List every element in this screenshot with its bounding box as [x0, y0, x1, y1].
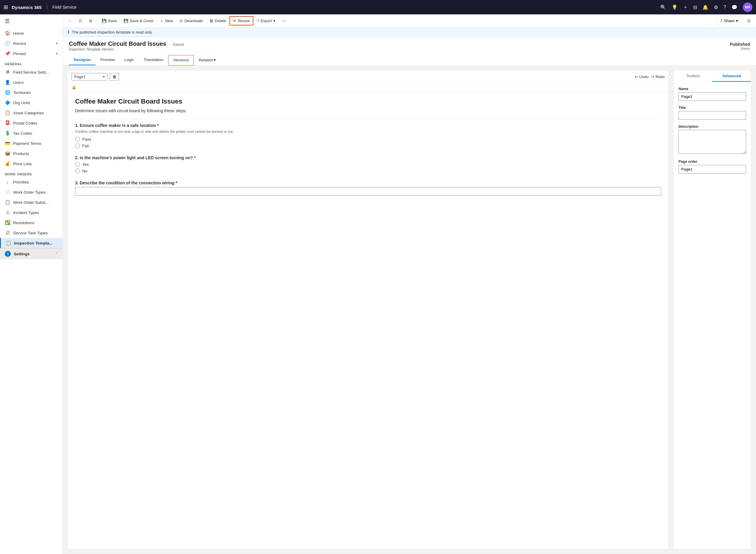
question-3-answer-input[interactable]	[75, 187, 661, 196]
title-field-input[interactable]	[679, 111, 746, 120]
search-icon[interactable]: 🔍	[660, 4, 666, 10]
sidebar-item-work-order-subst[interactable]: 📋 Work Order Subst...	[0, 197, 63, 207]
sidebar-item-priorities[interactable]: ↓ Priorities	[0, 177, 63, 187]
delete-button[interactable]: 🗑 Delete	[206, 17, 229, 25]
pinned-expand-icon: ▾	[56, 52, 58, 56]
sidebar: ☰ 🏠 Home 🕐 Recent ▾ 📌 Pinned ▾ General ⚙…	[0, 14, 63, 554]
page-order-field-group: Page order	[679, 160, 746, 174]
user-avatar[interactable]: MA	[743, 2, 752, 12]
revise-button[interactable]: ✏ Revise	[230, 16, 253, 25]
plus-icon[interactable]: ＋	[683, 4, 688, 10]
page-order-field-input[interactable]	[679, 165, 746, 174]
resolutions-icon: ✅	[5, 220, 10, 225]
sidebar-item-asset-categories[interactable]: 📋 Asset Categories	[0, 108, 63, 118]
tax-codes-icon: 💲	[5, 130, 10, 136]
gear-icon[interactable]: ⚙	[714, 4, 718, 10]
sidebar-item-field-service-settings[interactable]: ⚙ Field Service Setti...	[0, 67, 63, 77]
info-icon: ℹ	[68, 29, 69, 35]
sidebar-item-postal-codes[interactable]: 📮 Postal Codes	[0, 118, 63, 128]
tab-versions[interactable]: Versions	[168, 55, 194, 65]
grid-icon[interactable]: ⊞	[4, 4, 8, 10]
page-title-row: Coffee Maker Circuit Board Issues - Save…	[69, 40, 750, 54]
sidebar-item-tax-codes[interactable]: 💲 Tax Codes	[0, 128, 63, 138]
open-window-button[interactable]: ⧉	[86, 17, 95, 25]
q1-label-fail: Fail	[82, 144, 89, 148]
sidebar-item-resolutions[interactable]: ✅ Resolutions	[0, 218, 63, 228]
q1-radio-pass[interactable]	[75, 137, 80, 142]
sidebar-item-pinned[interactable]: 📌 Pinned ▾	[0, 49, 63, 59]
q2-radio-yes[interactable]	[75, 162, 80, 167]
tab-logic[interactable]: Logic	[120, 55, 139, 65]
toolbar: ← 🗋 ⧉ 💾 Save 💾 Save & Close ＋ New	[63, 14, 756, 27]
tab-designer[interactable]: Designer	[69, 55, 96, 65]
help-icon[interactable]: ?	[723, 4, 726, 10]
incident-types-icon: ⚠	[5, 210, 10, 215]
sidebar-item-payment-terms[interactable]: 💳 Payment Terms	[0, 138, 63, 149]
q1-label-pass: Pass	[82, 137, 91, 142]
sidebar-item-home[interactable]: 🏠 Home	[0, 28, 63, 38]
sidebar-item-work-order-types[interactable]: 📄 Work Order Types	[0, 187, 63, 197]
sidebar-label-priorities: Priorities	[13, 180, 29, 184]
delete-label: Delete	[215, 18, 226, 23]
panel-toggle-button[interactable]: ⊡	[744, 17, 754, 25]
filter-icon[interactable]: ⊟	[693, 4, 697, 10]
top-nav-right: 🔍 💡 ＋ ⊟ 🔔 ⚙ ? 💬 MA	[660, 2, 752, 12]
question-2-option-no: No	[75, 168, 661, 173]
tab-preview[interactable]: Preview	[96, 55, 120, 65]
name-field-input[interactable]	[679, 92, 746, 101]
page-dropdown-value: Page1	[74, 74, 85, 79]
right-tab-toolbox[interactable]: Toolbox	[674, 71, 712, 82]
sidebar-label-products: Products	[13, 152, 29, 156]
more-options-button[interactable]: ⋯	[279, 16, 289, 25]
tab-translation[interactable]: Translation	[139, 55, 168, 65]
undo-redo-group: ↩ Undo ↪ Redo	[635, 74, 665, 79]
sidebar-item-incident-types[interactable]: ⚠ Incident Types	[0, 207, 63, 218]
right-tab-advanced[interactable]: Advanced	[712, 71, 751, 82]
new-icon: ＋	[160, 18, 164, 24]
page-status-label: Status	[730, 47, 750, 50]
products-icon: 📦	[5, 151, 10, 156]
new-button[interactable]: ＋ New	[157, 16, 176, 25]
tab-related[interactable]: Related ▾	[194, 55, 220, 65]
pinned-icon: 📌	[5, 51, 10, 56]
sidebar-item-territories[interactable]: 🌐 Territories	[0, 88, 63, 98]
title-field-label: Title	[679, 106, 746, 110]
revise-icon: ✏	[233, 18, 236, 23]
undo-icon: ↩	[635, 74, 638, 79]
sidebar-hamburger[interactable]: ☰	[0, 14, 63, 28]
deactivate-icon: ⊙	[180, 18, 183, 23]
share-button[interactable]: ⤴ Share ▾	[716, 16, 742, 25]
sidebar-label-tax-codes: Tax Codes	[13, 131, 32, 135]
save-close-button[interactable]: 💾 Save & Close	[121, 17, 156, 25]
undo-button[interactable]: ↩ Undo	[635, 74, 648, 79]
q2-radio-no[interactable]	[75, 168, 80, 173]
page-subtitle: Inspection Template Version	[69, 47, 184, 52]
chat-icon[interactable]: 💬	[732, 4, 738, 10]
sidebar-item-org-units[interactable]: 🔷 Org Units	[0, 98, 63, 108]
bell-icon[interactable]: 🔔	[702, 4, 708, 10]
page-icon-button[interactable]: 🗋	[76, 17, 85, 25]
redo-button[interactable]: ↪ Redo	[651, 74, 665, 79]
back-button[interactable]: ←	[65, 17, 75, 25]
sidebar-item-recent[interactable]: 🕐 Recent ▾	[0, 38, 63, 49]
page-status-value: Published	[730, 42, 750, 47]
sidebar-item-settings[interactable]: S Settings ⌃	[0, 248, 63, 259]
sidebar-item-users[interactable]: 👤 Users	[0, 77, 63, 88]
page-title-block: Coffee Maker Circuit Board Issues - Save…	[69, 40, 184, 54]
description-field-textarea[interactable]	[679, 130, 746, 154]
sidebar-item-price-lists[interactable]: 💰 Price Lists	[0, 159, 63, 169]
save-button[interactable]: 💾 Save	[99, 17, 120, 25]
sidebar-item-inspection-templates[interactable]: 📋 Inspection Templa...	[0, 238, 63, 248]
delete-page-button[interactable]: 🗑	[110, 73, 119, 80]
deactivate-button[interactable]: ⊙ Deactivate	[177, 17, 205, 25]
sidebar-label-incident-types: Incident Types	[13, 210, 39, 215]
q1-radio-fail[interactable]	[75, 144, 80, 148]
lightbulb-icon[interactable]: 💡	[672, 4, 678, 10]
export-button[interactable]: ⤴ Export ▾	[254, 17, 278, 25]
sidebar-item-service-task-types[interactable]: ☑ Service Task Types	[0, 228, 63, 238]
nav-separator: |	[46, 5, 48, 10]
sidebar-item-products[interactable]: 📦 Products	[0, 149, 63, 159]
page-dropdown[interactable]: Page1 ▾	[71, 73, 108, 80]
designer-area: Page1 ▾ 🗑 ↩ Undo ↪ Redo	[63, 65, 756, 554]
lock-bar: 🔒	[68, 83, 668, 92]
